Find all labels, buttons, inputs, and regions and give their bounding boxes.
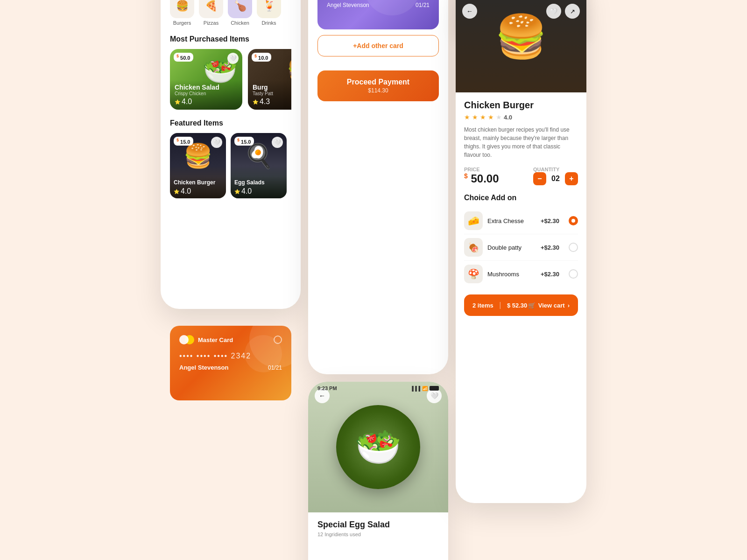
chicken-icon: 🍗 [228, 0, 252, 18]
category-burgers[interactable]: 🍔 Burgers [170, 0, 194, 26]
addon-title: Choice Add on [464, 194, 578, 202]
price-section: PRICE $ 50.00 [464, 167, 499, 185]
burger-image: 🍔 ← 🤍 ↗ [456, 0, 586, 92]
featured-star-1: ⭐ [234, 189, 240, 194]
card-sub-0: Crispy Chicken [175, 91, 238, 96]
card-expiry-visa: 01/21 [416, 2, 430, 8]
featured-heart-1[interactable]: 🤍 [272, 137, 283, 148]
price-qty-row: PRICE $ 50.00 QUANTITY − 02 + [464, 167, 578, 185]
detail-stars: ★ ★ ★ ★ ★ 4.0 [464, 113, 578, 121]
featured-list: $ 15.0 🤍 Chicken Burger ⭐ 4.0 [170, 133, 291, 198]
mastercard-widget[interactable]: Master Card •••• •••• •••• 2342 Angel St… [170, 326, 291, 400]
featured-item-1[interactable]: $ 15.0 🤍 Egg Salads ⭐ 4.0 [231, 133, 287, 198]
featured-price-0: $ 15.0 [174, 137, 193, 146]
star-3: ★ [480, 113, 486, 121]
featured-item-0[interactable]: $ 15.0 🤍 Chicken Burger ⭐ 4.0 [170, 133, 226, 198]
chicken-label: Chicken [231, 20, 249, 26]
mc-holder: Angel Stevenson [179, 364, 228, 371]
card-overlay-1: Burg Tasty Patt ⭐ 4.3 [248, 80, 291, 110]
category-chicken[interactable]: 🍗 Chicken [228, 0, 252, 26]
cart-items-detail: 2 items [472, 302, 493, 309]
salad-bowl [336, 405, 420, 489]
featured-price-1: $ 15.0 [234, 137, 254, 146]
qty-increase-button[interactable]: + [565, 172, 578, 185]
star-2: ★ [472, 113, 478, 121]
drinks-icon: 🍹 [257, 0, 281, 18]
card-rating-0: ⭐ 4.0 [175, 98, 238, 106]
detail-description: Most chicken burger recipes you'll find … [464, 126, 578, 159]
credit-card-visa[interactable]: VISA Visa Card •••• •••• •••• 5644 Angel… [317, 0, 439, 29]
addon-radio-patty[interactable] [569, 243, 578, 252]
card-holder-visa: Angel Stevenson [327, 2, 369, 8]
featured-title: Featured Items [170, 119, 291, 127]
price-badge-1: $ 10.0 [252, 53, 271, 62]
proceed-label: Proceed Payment [325, 78, 431, 86]
phone-payment: 9:23 PM ▐▐▐ 📶 ← Card payment Saved Cards [308, 0, 448, 374]
addon-thumb-mushrooms: 🍄 [464, 265, 483, 283]
price-label: PRICE [464, 167, 499, 172]
card-name-1: Burg [253, 84, 291, 91]
most-purchased-item-0[interactable]: $ 50.0 🤍 Chicken Salad Crispy Chicken ⭐ … [170, 49, 242, 110]
addon-row-mushrooms[interactable]: 🍄 Mushrooms +$2.30 [464, 261, 578, 287]
addon-price-mushrooms: +$2.30 [541, 271, 559, 278]
price-badge-0: $ 50.0 [174, 53, 193, 62]
qty-decrease-button[interactable]: − [533, 172, 546, 185]
featured-rating-1: ⭐ 4.0 [234, 187, 283, 196]
share-action-button[interactable]: ↗ [565, 4, 580, 19]
view-cart-right[interactable]: 🛒 View cart › [528, 302, 570, 309]
burgers-label: Burgers [173, 20, 191, 26]
addon-row-cheese[interactable]: 🧀 Extra Chesse +$2.30 [464, 208, 578, 234]
card-name-0: Chicken Salad [175, 84, 238, 91]
featured-overlay-0: Chicken Burger ⭐ 4.0 [170, 176, 226, 198]
wifi-icon-salad: 📶 [422, 386, 428, 391]
proceed-payment-button[interactable]: Proceed Payment $114.30 [317, 70, 439, 101]
salad-info: Special Egg Salad 12 Ingridients used [308, 512, 448, 545]
status-icons-salad: ▐▐▐ 📶 [410, 386, 439, 391]
mc-brand: Master Card [198, 336, 233, 343]
featured-overlay-1: Egg Salads ⭐ 4.0 [231, 176, 287, 198]
salad-image: ← 🤍 [308, 382, 448, 512]
star-icon: ⭐ [175, 99, 180, 105]
most-purchased-item-1[interactable]: $ 10.0 Burg Tasty Patt ⭐ 4.3 [248, 49, 291, 110]
view-cart-label: View cart [538, 302, 565, 309]
mc-selected-dot [274, 336, 282, 344]
burger-back-button[interactable]: ← [462, 4, 477, 19]
addon-radio-cheese[interactable] [569, 216, 578, 225]
featured-heart-0[interactable]: 🤍 [211, 137, 222, 148]
add-card-button[interactable]: +Add other card [317, 35, 439, 56]
category-pizzas[interactable]: 🍕 Pizzas [199, 0, 223, 26]
mc-expiry: 01/21 [268, 364, 282, 371]
signal-icon-salad: ▐▐▐ [410, 386, 420, 391]
cart-bar-detail[interactable]: 2 items | $ 52.30 🛒 View cart › [464, 294, 578, 316]
burgers-icon: 🍔 [170, 0, 194, 18]
quantity-section: QUANTITY − 02 + [533, 167, 578, 185]
addon-row-patty[interactable]: 🍖 Double patty +$2.30 [464, 234, 578, 261]
addon-price-cheese: +$2.30 [541, 217, 559, 224]
addon-radio-mushrooms[interactable] [569, 269, 578, 279]
qty-label: QUANTITY [533, 167, 578, 172]
star-1: ★ [464, 113, 470, 121]
mc-circle-left [179, 335, 189, 344]
star-4: ★ [488, 113, 494, 121]
category-drinks[interactable]: 🍹 Drinks [257, 0, 281, 26]
mc-logo [179, 335, 194, 344]
detail-name: Chicken Burger [464, 100, 578, 111]
heart-action-button[interactable]: 🤍 [546, 4, 561, 19]
mc-number: •••• •••• •••• 2342 [179, 352, 282, 360]
pizzas-icon: 🍕 [199, 0, 223, 18]
drinks-label: Drinks [261, 20, 276, 26]
addon-thumb-cheese: 🧀 [464, 211, 483, 230]
battery-icon-salad [430, 386, 439, 391]
cart-price-detail: $ 52.30 [507, 302, 527, 309]
pizzas-label: Pizzas [204, 20, 218, 26]
heart-button-0[interactable]: 🤍 [227, 53, 239, 64]
status-bar-salad: 9:23 PM ▐▐▐ 📶 [308, 382, 448, 393]
most-purchased-title: Most Purchased Items [170, 35, 291, 43]
addon-thumb-patty: 🍖 [464, 238, 483, 257]
mc-header: Master Card [179, 335, 282, 344]
burger-action-buttons: 🤍 ↗ [546, 4, 580, 19]
card-rating-1: ⭐ 4.3 [253, 98, 291, 106]
phone-detail: 🍔 ← 🤍 ↗ Chicken Burger ★ ★ ★ ★ ★ 4.0 Mos… [456, 0, 586, 503]
qty-value: 02 [550, 175, 561, 183]
featured-rating-0: ⭐ 4.0 [174, 187, 222, 196]
